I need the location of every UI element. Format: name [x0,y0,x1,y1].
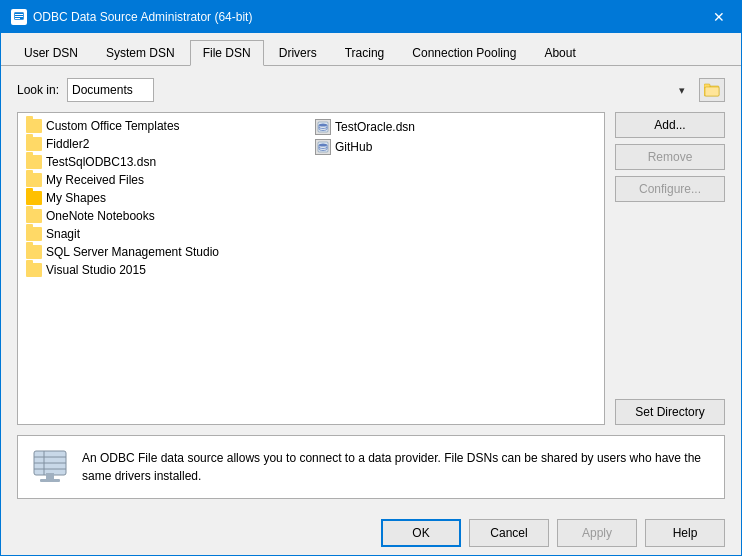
browse-folder-button[interactable] [699,78,725,102]
set-directory-button[interactable]: Set Directory [615,399,725,425]
folder-icon [26,263,42,277]
dsn-file-icon [315,119,331,135]
folder-icon [26,227,42,241]
bottom-bar: OK Cancel Apply Help [1,511,741,555]
folder-open-icon [704,83,720,97]
info-description: An ODBC File data source allows you to c… [82,449,712,485]
configure-button[interactable]: Configure... [615,176,725,202]
tab-system-dsn[interactable]: System DSN [93,40,188,66]
folder-icon [26,137,42,151]
main-area: Custom Office Templates Fiddler2 TestSql… [17,112,725,425]
database-info-icon [30,447,70,487]
dsn-file-icon [315,139,331,155]
list-item[interactable]: TestOracle.dsn [311,117,600,137]
list-item[interactable]: Snagit [22,225,311,243]
list-item[interactable]: Custom Office Templates [22,117,311,135]
list-item[interactable]: Fiddler2 [22,135,311,153]
title-bar: ODBC Data Source Administrator (64-bit) … [1,1,741,33]
svg-rect-2 [15,16,23,17]
folder-icon [26,245,42,259]
tab-about[interactable]: About [531,40,588,66]
folder-active-icon [26,191,42,205]
folder-icon [26,155,42,169]
cancel-button[interactable]: Cancel [469,519,549,547]
window-title: ODBC Data Source Administrator (64-bit) [33,10,252,24]
list-item[interactable]: TestSqlODBC13.dsn [22,153,311,171]
tab-user-dsn[interactable]: User DSN [11,40,91,66]
svg-rect-17 [40,479,60,482]
tab-tracing[interactable]: Tracing [332,40,398,66]
look-in-dropdown[interactable]: Documents [67,78,154,102]
add-button[interactable]: Add... [615,112,725,138]
tab-drivers[interactable]: Drivers [266,40,330,66]
folder-icon [26,209,42,223]
tab-file-dsn[interactable]: File DSN [190,40,264,66]
tab-connection-pooling[interactable]: Connection Pooling [399,40,529,66]
ok-button[interactable]: OK [381,519,461,547]
folder-icon [26,119,42,133]
app-icon [11,9,27,25]
list-item[interactable]: My Shapes [22,189,311,207]
svg-rect-1 [15,14,23,15]
svg-point-8 [319,124,327,127]
svg-rect-6 [705,87,719,96]
apply-button[interactable]: Apply [557,519,637,547]
main-window: ODBC Data Source Administrator (64-bit) … [0,0,742,556]
title-bar-left: ODBC Data Source Administrator (64-bit) [11,9,252,25]
action-button-panel: Add... Remove Configure... Set Directory [615,112,725,425]
list-item[interactable]: OneNote Notebooks [22,207,311,225]
info-box: An ODBC File data source allows you to c… [17,435,725,499]
list-item[interactable]: Visual Studio 2015 [22,261,311,279]
look-in-row: Look in: Documents [17,78,725,102]
tab-bar: User DSN System DSN File DSN Drivers Tra… [1,33,741,66]
svg-rect-16 [46,473,54,479]
file-list: Custom Office Templates Fiddler2 TestSql… [17,112,605,425]
svg-point-10 [319,144,327,147]
tab-content: Look in: Documents [1,66,741,511]
list-item[interactable]: GitHub [311,137,600,157]
list-item[interactable]: My Received Files [22,171,311,189]
svg-rect-3 [15,18,20,19]
look-in-label: Look in: [17,83,59,97]
look-in-select-wrapper: Documents [67,78,691,102]
help-button[interactable]: Help [645,519,725,547]
list-item[interactable]: SQL Server Management Studio [22,243,311,261]
remove-button[interactable]: Remove [615,144,725,170]
close-button[interactable]: ✕ [707,10,731,24]
folder-icon [26,173,42,187]
